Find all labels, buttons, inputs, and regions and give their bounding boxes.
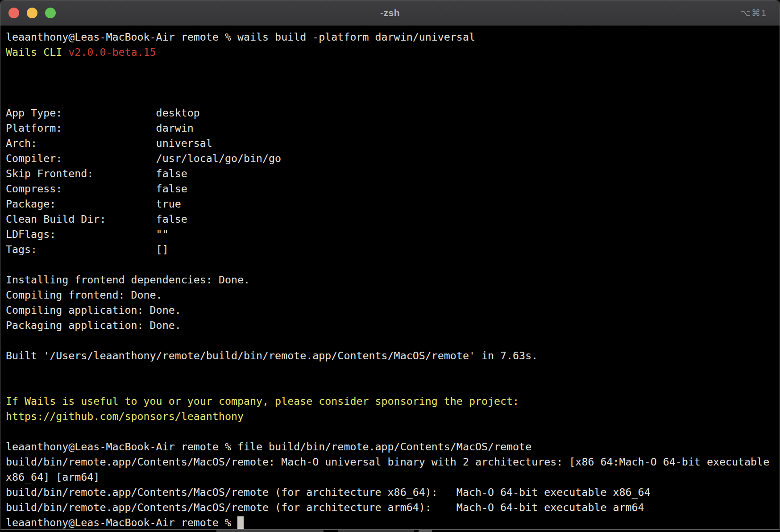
close-button[interactable]	[8, 8, 19, 18]
terminal-line: Package: true	[6, 196, 774, 212]
terminal-line: Skip Frontend: false	[6, 166, 774, 181]
terminal-line: LDFlags: ""	[6, 227, 774, 242]
background-fragment	[216, 530, 324, 532]
terminal-line	[6, 424, 774, 439]
terminal-line: leaanthony@Leas-MacBook-Air remote %	[6, 515, 774, 530]
terminal-line: Compiler: /usr/local/go/bin/go	[6, 151, 774, 166]
background-window-sliver	[0, 530, 780, 532]
terminal-cursor	[237, 516, 244, 529]
terminal-line: build/bin/remote.app/Contents/MacOS/remo…	[6, 485, 774, 500]
window-controls	[8, 8, 56, 18]
terminal-line	[6, 90, 774, 105]
terminal-line: leaanthony@Leas-MacBook-Air remote % fil…	[6, 439, 774, 454]
terminal-line: Installing frontend dependencies: Done.	[6, 272, 774, 287]
minimize-button[interactable]	[27, 8, 37, 18]
terminal-line: If Wails is useful to you or your compan…	[6, 394, 774, 409]
terminal-line: App Type: desktop	[6, 105, 774, 121]
terminal-window: -zsh ⌥⌘1 leaanthony@Leas-MacBook-Air rem…	[0, 0, 780, 530]
terminal-line: Built '/Users/leaanthony/remote/build/bi…	[6, 348, 774, 363]
title-bar[interactable]: -zsh ⌥⌘1	[0, 0, 780, 26]
terminal-line: build/bin/remote.app/Contents/MacOS/remo…	[6, 454, 774, 470]
zoom-button[interactable]	[45, 8, 56, 18]
terminal-line: Compiling application: Done.	[6, 303, 774, 318]
window-title: -zsh	[380, 8, 400, 18]
terminal-line: Compress: false	[6, 181, 774, 196]
terminal-line: build/bin/remote.app/Contents/MacOS/remo…	[6, 500, 774, 515]
terminal-line	[6, 257, 774, 272]
background-fragment	[338, 530, 414, 532]
terminal-screen[interactable]: leaanthony@Leas-MacBook-Air remote % wai…	[0, 26, 780, 530]
window-shortcut-hint: ⌥⌘1	[740, 0, 767, 25]
terminal-line	[6, 75, 774, 90]
terminal-line: Clean Build Dir: false	[6, 212, 774, 227]
terminal-line: Platform: darwin	[6, 121, 774, 136]
terminal-line: x86_64] [arm64]	[6, 470, 774, 485]
terminal-line: leaanthony@Leas-MacBook-Air remote % wai…	[6, 29, 774, 45]
terminal-line: Compiling frontend: Done.	[6, 287, 774, 303]
background-fragment	[419, 530, 432, 532]
terminal-line	[6, 378, 774, 394]
terminal-line	[6, 60, 774, 75]
terminal-line: Arch: universal	[6, 136, 774, 151]
terminal-line: Tags: []	[6, 242, 774, 257]
terminal-line	[6, 363, 774, 378]
terminal-line: Wails CLI v2.0.0-beta.15	[6, 45, 774, 60]
terminal-line: https://github.com/sponsors/leaanthony	[6, 409, 774, 424]
terminal-line	[6, 333, 774, 348]
terminal-line: Packaging application: Done.	[6, 318, 774, 333]
